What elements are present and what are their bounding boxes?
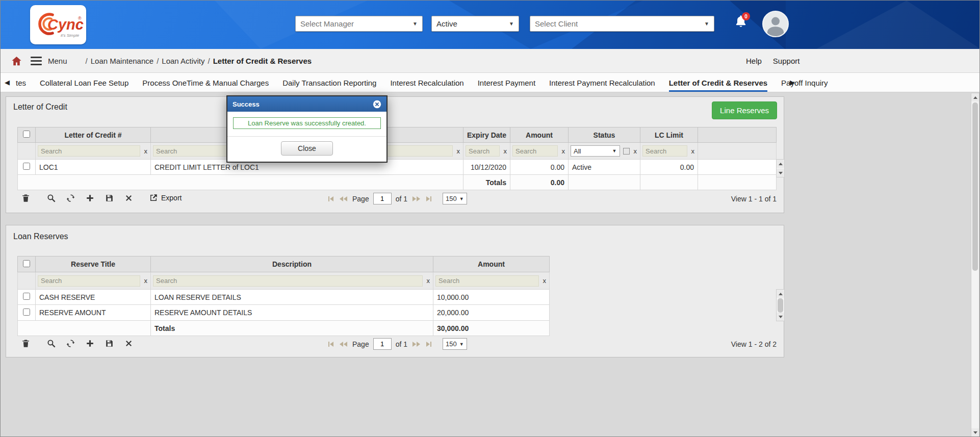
page-scrollbar[interactable] — [971, 93, 979, 437]
column-header-amount[interactable]: Amount — [510, 127, 569, 143]
manager-select[interactable]: Select Manager ▼ — [295, 16, 423, 32]
export-button[interactable]: Export — [149, 193, 182, 202]
column-header-status[interactable]: Status — [569, 127, 640, 143]
clear-filter-button[interactable]: x — [561, 147, 566, 155]
search-input-amount[interactable] — [435, 275, 539, 287]
scroll-up-button[interactable] — [777, 160, 784, 168]
tab-interest-payment[interactable]: Interest Payment — [478, 73, 535, 92]
tab-process-onetime-manual-charges[interactable]: Process OneTime & Manual Charges — [142, 73, 269, 92]
column-header-reserve-title[interactable]: Reserve Title — [36, 256, 151, 272]
view-range-label: View 1 - 1 of 1 — [731, 195, 777, 203]
reserves-grid-scrollbar[interactable] — [776, 289, 785, 321]
tab-daily-transaction-reporting[interactable]: Daily Transaction Reporting — [282, 73, 376, 92]
delete-button[interactable] — [19, 192, 32, 204]
hamburger-menu-icon[interactable] — [31, 57, 42, 65]
search-input-reserve-title[interactable] — [38, 275, 140, 287]
breadcrumb-loan-activity[interactable]: Loan Activity — [162, 57, 204, 65]
select-all-checkbox[interactable] — [23, 260, 30, 267]
scroll-down-button[interactable] — [777, 169, 784, 177]
clear-filter-button[interactable]: x — [143, 277, 149, 285]
page-input[interactable] — [373, 338, 392, 350]
add-button[interactable] — [84, 337, 96, 349]
add-button[interactable] — [84, 192, 96, 204]
scroll-down-button[interactable] — [971, 428, 979, 436]
table-row[interactable]: LOC1 CREDIT LIMIT LETTER of LOC1 10/12/2… — [18, 160, 777, 175]
scrollbar-thumb[interactable] — [778, 298, 783, 313]
first-page-button[interactable] — [327, 195, 334, 202]
modal-close-icon[interactable] — [373, 100, 381, 109]
menu-label[interactable]: Menu — [48, 57, 67, 65]
clear-filter-button[interactable]: x — [143, 147, 149, 155]
cell-amount: 10,000.00 — [433, 290, 550, 305]
save-button[interactable] — [103, 337, 115, 349]
client-select[interactable]: Select Client ▼ — [530, 16, 714, 32]
tab-tes[interactable]: tes — [16, 73, 26, 92]
table-row[interactable]: CASH RESERVE LOAN RESERVE DETAILS 10,000… — [18, 290, 550, 305]
search-button[interactable] — [45, 192, 57, 204]
tab-scroll-right-icon[interactable]: ▶ — [786, 73, 799, 92]
clear-filter-button[interactable]: x — [690, 147, 696, 155]
search-input-lc-limit[interactable] — [642, 145, 687, 157]
export-label: Export — [161, 194, 182, 202]
prev-page-button[interactable] — [339, 195, 348, 202]
cync-logo[interactable]: Cync ® it's Simple — [30, 5, 86, 44]
clear-filter-button[interactable]: x — [503, 147, 508, 155]
line-reserves-button[interactable]: Line Reserves — [712, 101, 777, 119]
column-header-expiry-date[interactable]: Expiry Date — [463, 127, 510, 143]
save-button[interactable] — [103, 192, 115, 204]
home-icon[interactable] — [11, 55, 22, 67]
page-input[interactable] — [373, 193, 392, 204]
search-input-expiry-date[interactable] — [466, 145, 500, 157]
cancel-button[interactable] — [122, 192, 135, 204]
support-link[interactable]: Support — [773, 57, 800, 65]
page-size-select[interactable]: 150 ▼ — [443, 193, 467, 204]
row-checkbox[interactable] — [23, 293, 30, 300]
search-input-loc-number[interactable] — [38, 145, 140, 157]
tab-letter-of-credit-reserves[interactable]: Letter of Credit & Reserves — [669, 73, 767, 92]
cancel-button[interactable] — [122, 337, 135, 349]
breadcrumb-loan-maintenance[interactable]: Loan Maintenance — [91, 57, 153, 65]
scroll-up-button[interactable] — [777, 290, 784, 298]
user-avatar[interactable] — [762, 11, 789, 37]
row-checkbox[interactable] — [23, 309, 30, 316]
delete-button[interactable] — [19, 337, 32, 349]
clear-filter-button[interactable]: x — [426, 277, 431, 285]
column-header-amount[interactable]: Amount — [433, 256, 550, 272]
scroll-up-button[interactable] — [971, 93, 979, 101]
modal-close-button[interactable]: Close — [281, 141, 333, 156]
page-size-select[interactable]: 150 ▼ — [443, 338, 467, 350]
loc-grid-scrollbar[interactable] — [776, 159, 785, 177]
loc-search-row: x x x x All ▼ x — [18, 143, 777, 160]
tab-interest-payment-recalculation[interactable]: Interest Payment Recalculation — [549, 73, 655, 92]
tab-interest-recalculation[interactable]: Interest Recalculation — [390, 73, 463, 92]
prev-page-button[interactable] — [339, 341, 348, 348]
table-row[interactable]: RESERVE AMOUNT RESERVE AMOUNT DETAILS 20… — [18, 305, 550, 321]
tab-collateral-loan-fee-setup[interactable]: Collateral Loan Fee Setup — [40, 73, 128, 92]
filter-operator-button[interactable] — [623, 148, 630, 155]
search-input-description[interactable] — [153, 275, 423, 287]
next-page-button[interactable] — [411, 341, 421, 348]
scrollbar-thumb[interactable] — [972, 102, 978, 271]
next-page-button[interactable] — [411, 195, 421, 202]
column-header-lc-limit[interactable]: LC Limit — [640, 127, 698, 143]
row-checkbox[interactable] — [23, 163, 30, 170]
scroll-down-button[interactable] — [777, 313, 784, 321]
notification-bell-button[interactable]: 0 — [734, 14, 751, 33]
clear-filter-button[interactable]: x — [542, 277, 548, 285]
column-header-description[interactable]: Description — [151, 256, 433, 272]
status-select[interactable]: Active ▼ — [431, 16, 519, 32]
refresh-button[interactable] — [64, 337, 76, 349]
clear-filter-button[interactable]: x — [456, 147, 461, 155]
search-input-amount[interactable] — [512, 145, 558, 157]
status-filter-select[interactable]: All ▼ — [571, 145, 620, 157]
column-header-letter-of-credit-number[interactable]: Letter of Credit # — [36, 127, 151, 143]
select-all-checkbox[interactable] — [23, 131, 30, 138]
last-page-button[interactable] — [425, 195, 432, 202]
last-page-button[interactable] — [425, 341, 432, 348]
search-button[interactable] — [45, 337, 57, 349]
help-link[interactable]: Help — [746, 57, 762, 65]
clear-filter-button[interactable]: x — [633, 147, 638, 155]
first-page-button[interactable] — [327, 341, 334, 348]
tab-scroll-left-icon[interactable]: ◀ — [1, 73, 14, 92]
refresh-button[interactable] — [64, 192, 76, 204]
